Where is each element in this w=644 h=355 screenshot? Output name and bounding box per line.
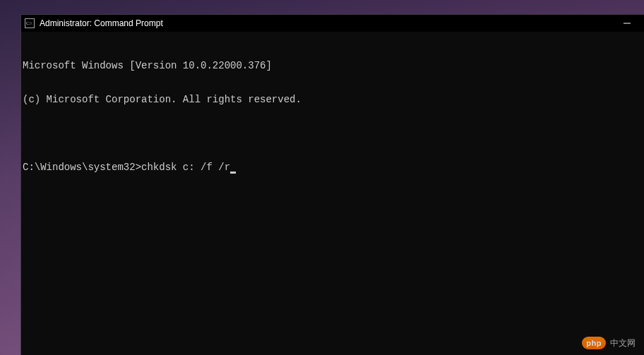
svg-text:C:\: C:\ bbox=[26, 20, 32, 26]
watermark-text: 中文网 bbox=[610, 337, 636, 349]
window-controls bbox=[613, 15, 641, 32]
version-line: Microsoft Windows [Version 10.0.22000.37… bbox=[23, 60, 644, 71]
cursor bbox=[230, 172, 236, 174]
terminal-output[interactable]: Microsoft Windows [Version 10.0.22000.37… bbox=[21, 32, 644, 355]
command-prompt-window: C:\ Administrator: Command Prompt Micros… bbox=[20, 14, 644, 355]
cmd-icon: C:\ bbox=[24, 18, 35, 29]
watermark-badge: php bbox=[582, 337, 606, 349]
command-input[interactable]: chkdsk c: /f /r bbox=[141, 162, 230, 173]
blank-line bbox=[23, 128, 644, 139]
prompt-line: C:\Windows\system32>chkdsk c: /f /r bbox=[23, 162, 644, 173]
prompt-text: C:\Windows\system32> bbox=[23, 162, 141, 173]
watermark: php 中文网 bbox=[582, 337, 636, 349]
titlebar[interactable]: C:\ Administrator: Command Prompt bbox=[21, 15, 644, 32]
minimize-button[interactable] bbox=[613, 15, 641, 32]
window-title: Administrator: Command Prompt bbox=[40, 18, 613, 28]
copyright-line: (c) Microsoft Corporation. All rights re… bbox=[23, 94, 644, 105]
